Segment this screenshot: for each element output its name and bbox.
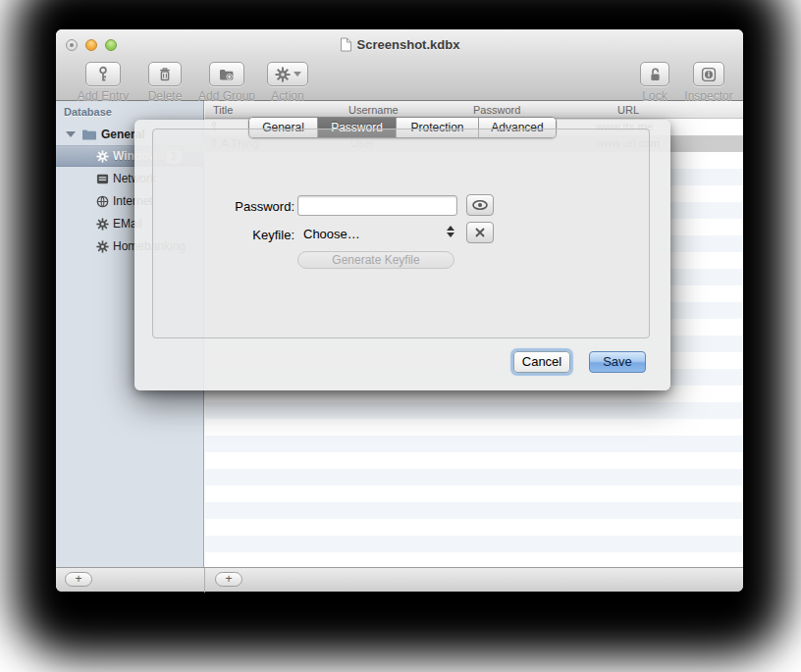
- toolbar-item-lock: Lock: [637, 62, 672, 103]
- column-header-title[interactable]: Title: [213, 104, 233, 116]
- save-button[interactable]: Save: [589, 351, 646, 373]
- gear-icon: [275, 67, 291, 82]
- x-icon: [474, 227, 486, 238]
- column-header-password[interactable]: Password: [473, 104, 520, 116]
- folder-plus-icon: [218, 67, 236, 82]
- table-row[interactable]: [205, 502, 743, 519]
- action-button[interactable]: [267, 62, 308, 86]
- add-group-button[interactable]: [209, 62, 244, 86]
- key-icon: [95, 66, 111, 82]
- database-settings-sheet: General Password Protection Advanced Pas…: [134, 120, 670, 390]
- bottom-bar-divider: [204, 568, 205, 593]
- window-chrome: Screenshot.kdbx Add Entry Delete: [56, 29, 743, 101]
- add-group-plus-button[interactable]: +: [65, 572, 92, 587]
- keyfile-popup-button[interactable]: Choose…: [303, 225, 360, 242]
- table-row[interactable]: [205, 536, 743, 552]
- titlebar: Screenshot.kdbx: [56, 36, 743, 52]
- add-entry-button[interactable]: [85, 62, 121, 86]
- info-icon-button[interactable]: [693, 62, 724, 86]
- password-field-label: Password:: [154, 199, 294, 214]
- toolbar-item-inspector: Inspector: [680, 62, 737, 103]
- table-row[interactable]: [205, 452, 743, 469]
- info-icon: [701, 67, 717, 82]
- disclosure-triangle-icon[interactable]: [66, 131, 76, 137]
- table-row[interactable]: [205, 402, 743, 419]
- clear-keyfile-button[interactable]: [466, 222, 494, 243]
- lock-button[interactable]: [640, 62, 669, 86]
- show-password-button[interactable]: [466, 194, 494, 216]
- popup-stepper-icon[interactable]: [447, 226, 454, 237]
- bottom-bar: + +: [56, 567, 743, 592]
- column-header-url[interactable]: URL: [617, 104, 639, 116]
- app-window: Screenshot.kdbx Add Entry Delete: [56, 29, 743, 592]
- sidebar-section-header: Database: [64, 106, 112, 118]
- lock-open-icon: [648, 67, 663, 82]
- toolbar-item-add-group: Add Group: [193, 62, 260, 103]
- table-row[interactable]: [205, 419, 743, 436]
- add-entry-plus-button[interactable]: +: [215, 572, 242, 587]
- document-icon: [340, 37, 352, 52]
- table-row[interactable]: [205, 519, 743, 536]
- toolbar-item-delete: Delete: [142, 62, 187, 103]
- chevron-down-icon: [294, 72, 301, 77]
- network-icon: [95, 172, 109, 185]
- column-header-username[interactable]: Username: [348, 104, 399, 116]
- keyfile-field-label: Keyfile:: [154, 228, 294, 242]
- password-input[interactable]: [297, 195, 457, 216]
- desktop-background: Screenshot.kdbx Add Entry Delete: [0, 0, 801, 672]
- trash-icon: [157, 66, 173, 82]
- table-row[interactable]: [205, 469, 743, 486]
- window-title: Screenshot.kdbx: [357, 37, 460, 52]
- toolbar-item-action: Action: [264, 62, 311, 103]
- toolbar-item-add-entry: Add Entry: [70, 62, 136, 103]
- globe-icon: [95, 194, 109, 208]
- folder-icon: [81, 128, 97, 141]
- eye-icon: [471, 198, 489, 212]
- delete-button[interactable]: [148, 62, 182, 86]
- generate-keyfile-button[interactable]: Generate Keyfile: [297, 251, 454, 269]
- gear-icon: [95, 149, 109, 163]
- table-row[interactable]: [205, 486, 743, 502]
- table-row[interactable]: [205, 436, 743, 452]
- gear-icon: [95, 239, 109, 253]
- cancel-button[interactable]: Cancel: [513, 351, 570, 373]
- gear-icon: [95, 217, 109, 231]
